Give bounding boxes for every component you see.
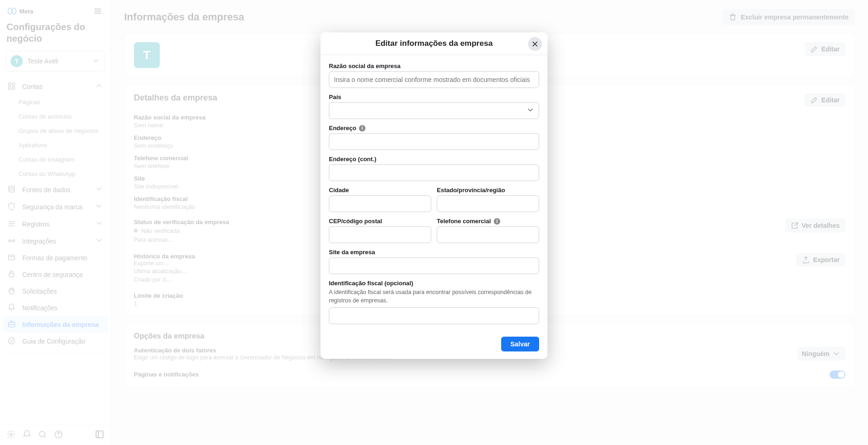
input-cidade[interactable] <box>329 195 431 212</box>
input-telefone[interactable] <box>437 226 539 243</box>
input-endereco-cont[interactable] <box>329 164 539 181</box>
modal-label-pais: País <box>329 94 539 100</box>
modal-label-telefone: Telefone comercial <box>437 218 491 225</box>
modal-title: Editar informações da empresa <box>375 39 492 48</box>
save-button[interactable]: Salvar <box>501 337 539 351</box>
save-button-label: Salvar <box>510 340 530 348</box>
modal-label-site: Site da empresa <box>329 249 539 256</box>
input-cep[interactable] <box>329 226 431 243</box>
modal-fiscal-help: A identificação fiscal será usada para e… <box>329 288 539 305</box>
modal-label-fiscal: Identificação fiscal (opcional) <box>329 280 539 287</box>
modal-backdrop[interactable]: Editar informações da empresa Razão soci… <box>0 0 868 445</box>
close-icon <box>531 40 539 48</box>
modal-label-cep: CEP/código postal <box>329 218 431 225</box>
input-fiscal[interactable] <box>329 307 539 324</box>
input-endereco[interactable] <box>329 133 539 150</box>
info-icon[interactable]: i <box>494 218 500 225</box>
input-site[interactable] <box>329 257 539 274</box>
modal-close-button[interactable] <box>528 37 542 51</box>
select-pais[interactable] <box>329 102 539 119</box>
edit-business-modal: Editar informações da empresa Razão soci… <box>321 32 547 359</box>
input-razao[interactable] <box>329 71 539 88</box>
info-icon[interactable]: i <box>359 125 365 132</box>
input-estado[interactable] <box>437 195 539 212</box>
modal-label-endereco2: Endereço (cont.) <box>329 156 539 163</box>
modal-label-razao: Razão social da empresa <box>329 63 539 69</box>
modal-label-cidade: Cidade <box>329 187 431 194</box>
modal-label-endereco: Endereço <box>329 125 356 132</box>
modal-label-estado: Estado/província/região <box>437 187 539 194</box>
